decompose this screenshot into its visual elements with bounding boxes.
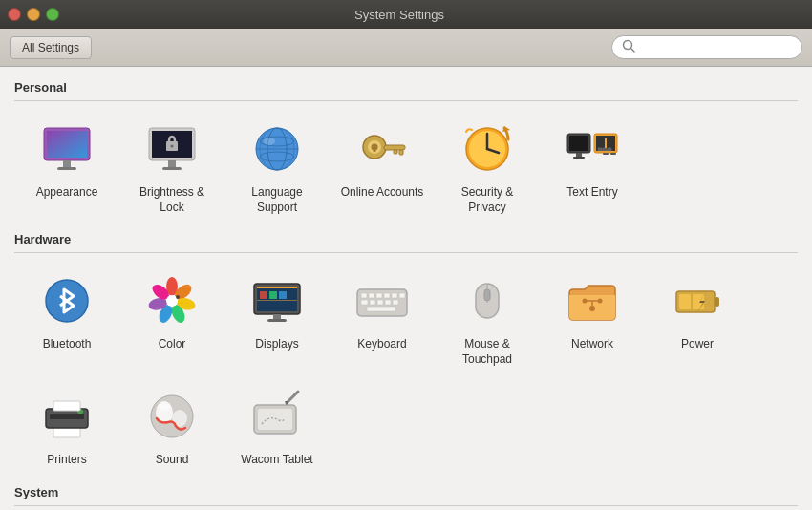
svg-rect-34 (576, 153, 582, 157)
section-personal-label: Personal (14, 80, 798, 95)
online-accounts-icon (352, 118, 413, 180)
svg-rect-72 (399, 293, 405, 298)
minimize-button[interactable] (27, 8, 40, 21)
svg-rect-22 (384, 145, 405, 150)
network-icon (562, 270, 623, 331)
svg-rect-67 (361, 293, 367, 298)
window-title: System Settings (71, 8, 728, 22)
svg-rect-77 (393, 300, 398, 305)
svg-rect-70 (384, 293, 390, 298)
sound-label: Sound (156, 453, 189, 468)
network-label: Network (571, 337, 613, 352)
item-sound[interactable]: Sound (119, 376, 224, 478)
text-entry-label: Text Entry (566, 185, 617, 201)
item-printers[interactable]: Printers (14, 376, 119, 478)
main-content: Personal (0, 67, 812, 510)
svg-rect-59 (257, 287, 297, 288)
keyboard-icon (352, 270, 413, 331)
language-support-icon (246, 118, 308, 180)
svg-rect-63 (279, 291, 287, 299)
language-support-label: Language Support (232, 185, 322, 215)
brightness-lock-label: Brightness & Lock (127, 185, 217, 215)
svg-point-100 (159, 403, 170, 411)
svg-rect-60 (257, 300, 297, 301)
svg-rect-73 (361, 300, 368, 305)
item-keyboard[interactable]: Keyboard (330, 261, 435, 376)
color-icon (141, 270, 203, 331)
appearance-label: Appearance (36, 185, 98, 201)
item-brightness-lock[interactable]: Brightness & Lock (119, 109, 224, 224)
section-system-label: System (14, 485, 798, 499)
item-appearance[interactable]: Appearance (14, 109, 119, 224)
item-mouse-touchpad[interactable]: Mouse & Touchpad (435, 261, 540, 376)
search-box (611, 35, 802, 59)
svg-rect-90 (679, 294, 691, 309)
all-settings-button[interactable]: All Settings (10, 36, 92, 59)
toolbar: All Settings (0, 29, 812, 67)
svg-rect-65 (267, 319, 287, 322)
power-label: Power (681, 337, 714, 352)
security-privacy-icon (457, 118, 518, 180)
mouse-touchpad-icon (457, 270, 518, 331)
appearance-icon (36, 118, 97, 180)
personal-grid: Appearance Brightness & Lock (14, 109, 798, 224)
item-language-support[interactable]: Language Support (224, 109, 330, 224)
displays-label: Displays (255, 337, 298, 352)
svg-rect-6 (57, 167, 76, 170)
item-network[interactable]: Network (540, 261, 645, 376)
sound-icon (141, 386, 203, 447)
svg-rect-43 (610, 153, 616, 155)
svg-rect-33 (569, 136, 588, 151)
item-displays[interactable]: Displays (224, 261, 330, 376)
svg-rect-64 (273, 314, 281, 319)
svg-rect-61 (260, 291, 267, 299)
svg-rect-39 (598, 148, 602, 151)
titlebar: System Settings (0, 0, 812, 29)
search-input[interactable] (641, 40, 792, 54)
printers-icon (36, 386, 97, 447)
svg-point-56 (176, 295, 180, 299)
item-online-accounts[interactable]: Online Accounts (330, 109, 435, 224)
wacom-tablet-label: Wacom Tablet (241, 453, 312, 468)
svg-rect-75 (377, 300, 383, 305)
svg-rect-69 (376, 293, 382, 298)
svg-rect-76 (385, 300, 391, 305)
svg-rect-26 (374, 147, 376, 152)
bluetooth-label: Bluetooth (43, 337, 92, 352)
printers-label: Printers (47, 453, 86, 468)
brightness-lock-icon (141, 118, 203, 180)
svg-rect-74 (370, 300, 375, 305)
item-power[interactable]: Power (645, 261, 750, 376)
svg-point-10 (171, 145, 174, 148)
svg-rect-11 (168, 160, 176, 167)
wacom-tablet-icon (246, 386, 308, 447)
svg-rect-35 (573, 157, 585, 159)
svg-rect-71 (392, 293, 397, 298)
svg-rect-68 (369, 293, 374, 298)
online-accounts-label: Online Accounts (341, 185, 424, 201)
power-icon (667, 270, 728, 331)
svg-line-1 (631, 49, 635, 53)
close-button[interactable] (8, 8, 21, 21)
svg-rect-94 (50, 414, 84, 419)
search-icon (622, 39, 635, 55)
svg-rect-62 (269, 291, 277, 299)
item-security-privacy[interactable]: Security & Privacy (435, 109, 540, 224)
maximize-button[interactable] (46, 8, 59, 21)
hardware-grid: Bluetooth (14, 261, 798, 478)
svg-rect-89 (715, 297, 719, 307)
color-label: Color (159, 337, 186, 352)
svg-rect-4 (47, 131, 87, 158)
item-wacom-tablet[interactable]: Wacom Tablet (224, 376, 330, 478)
svg-rect-12 (162, 167, 182, 170)
displays-icon (246, 270, 308, 331)
keyboard-label: Keyboard (357, 337, 406, 352)
item-bluetooth[interactable]: Bluetooth (14, 261, 119, 376)
item-text-entry[interactable]: Text Entry (540, 109, 645, 224)
svg-rect-40 (603, 148, 607, 151)
svg-rect-41 (608, 148, 611, 151)
svg-rect-96 (53, 401, 80, 411)
item-color[interactable]: Color (119, 261, 224, 376)
bluetooth-icon (36, 270, 97, 331)
svg-rect-24 (394, 150, 397, 154)
